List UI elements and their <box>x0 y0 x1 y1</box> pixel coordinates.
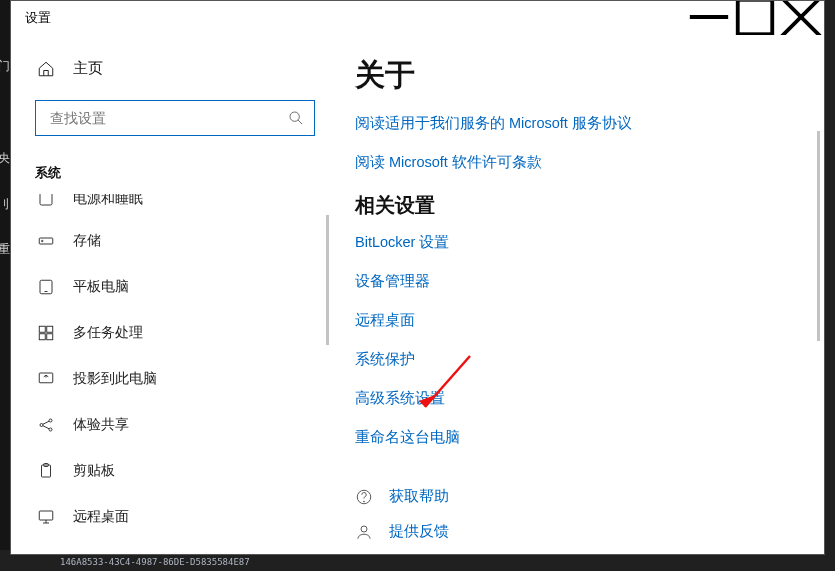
svg-point-4 <box>290 112 299 121</box>
get-help-link[interactable]: 获取帮助 <box>355 487 800 506</box>
give-feedback-link[interactable]: 提供反馈 <box>355 522 800 541</box>
main-content: 关于 阅读适用于我们服务的 Microsoft 服务协议 阅读 Microsof… <box>331 35 824 554</box>
svg-point-27 <box>364 501 365 502</box>
search-input[interactable] <box>50 110 288 126</box>
nav-label: 存储 <box>73 232 101 250</box>
titlebar: 设置 <box>11 1 824 35</box>
close-button[interactable] <box>778 1 824 33</box>
svg-point-17 <box>49 419 52 422</box>
svg-rect-12 <box>47 326 53 332</box>
background-text: 146A8533-43C4-4987-86DE-D5835584E87 <box>60 557 250 567</box>
svg-point-18 <box>49 428 52 431</box>
sidebar-nav: 电源和睡眠 存储 平板电脑 多任务处理 投影到此电脑 <box>11 194 331 540</box>
svg-rect-15 <box>39 373 53 383</box>
sidebar-home-label: 主页 <box>73 59 103 78</box>
sidebar-item-power[interactable]: 电源和睡眠 <box>11 194 331 218</box>
sidebar-item-storage[interactable]: 存储 <box>11 218 331 264</box>
link-bitlocker[interactable]: BitLocker 设置 <box>355 233 800 252</box>
main-scrollbar[interactable] <box>817 131 820 341</box>
link-services-agreement[interactable]: 阅读适用于我们服务的 Microsoft 服务协议 <box>355 114 800 133</box>
sidebar-item-remote[interactable]: 远程桌面 <box>11 494 331 540</box>
sidebar-item-clipboard[interactable]: 剪贴板 <box>11 448 331 494</box>
svg-rect-13 <box>39 334 45 340</box>
svg-point-8 <box>42 240 44 242</box>
link-rename-pc[interactable]: 重命名这台电脑 <box>355 428 800 447</box>
nav-label: 多任务处理 <box>73 324 143 342</box>
get-help-label: 获取帮助 <box>389 487 449 506</box>
sidebar-item-shared[interactable]: 体验共享 <box>11 402 331 448</box>
feedback-icon <box>355 523 373 541</box>
search-icon <box>288 110 304 126</box>
sidebar-item-tablet[interactable]: 平板电脑 <box>11 264 331 310</box>
nav-label: 剪贴板 <box>73 462 115 480</box>
search-box[interactable] <box>35 100 315 136</box>
storage-icon <box>37 232 55 250</box>
svg-line-20 <box>43 426 49 429</box>
clipboard-icon <box>37 462 55 480</box>
page-title: 关于 <box>355 55 800 96</box>
multitask-icon <box>37 324 55 342</box>
sidebar-item-project[interactable]: 投影到此电脑 <box>11 356 331 402</box>
nav-label: 体验共享 <box>73 416 129 434</box>
link-license-terms[interactable]: 阅读 Microsoft 软件许可条款 <box>355 153 800 172</box>
svg-rect-6 <box>40 194 52 205</box>
nav-label: 电源和睡眠 <box>73 194 143 208</box>
link-device-manager[interactable]: 设备管理器 <box>355 272 800 291</box>
sidebar-home[interactable]: 主页 <box>11 47 331 90</box>
nav-label: 平板电脑 <box>73 278 129 296</box>
sidebar-scrollbar[interactable] <box>326 215 329 345</box>
related-settings-heading: 相关设置 <box>355 192 800 219</box>
svg-rect-1 <box>738 0 773 34</box>
give-feedback-label: 提供反馈 <box>389 522 449 541</box>
nav-label: 远程桌面 <box>73 508 129 526</box>
remote-icon <box>37 508 55 526</box>
shared-icon <box>37 416 55 434</box>
tablet-icon <box>37 278 55 296</box>
svg-line-5 <box>298 120 302 124</box>
sidebar-item-multitask[interactable]: 多任务处理 <box>11 310 331 356</box>
svg-point-16 <box>40 424 43 427</box>
svg-rect-14 <box>47 334 53 340</box>
sidebar-category: 系统 <box>11 136 331 186</box>
link-system-protection[interactable]: 系统保护 <box>355 350 800 369</box>
settings-window: 设置 主页 系统 电源和睡眠 <box>10 0 825 555</box>
svg-rect-11 <box>39 326 45 332</box>
svg-point-28 <box>361 526 367 532</box>
svg-rect-23 <box>39 511 53 520</box>
link-advanced-system[interactable]: 高级系统设置 <box>355 389 800 408</box>
minimize-button[interactable] <box>686 1 732 33</box>
help-icon <box>355 488 373 506</box>
nav-label: 投影到此电脑 <box>73 370 157 388</box>
window-title: 设置 <box>25 10 51 27</box>
project-icon <box>37 370 55 388</box>
home-icon <box>37 60 55 78</box>
svg-line-19 <box>43 421 49 424</box>
power-icon <box>37 194 55 208</box>
link-remote-desktop[interactable]: 远程桌面 <box>355 311 800 330</box>
maximize-button[interactable] <box>732 1 778 33</box>
sidebar: 主页 系统 电源和睡眠 存储 平板电脑 <box>11 35 331 554</box>
